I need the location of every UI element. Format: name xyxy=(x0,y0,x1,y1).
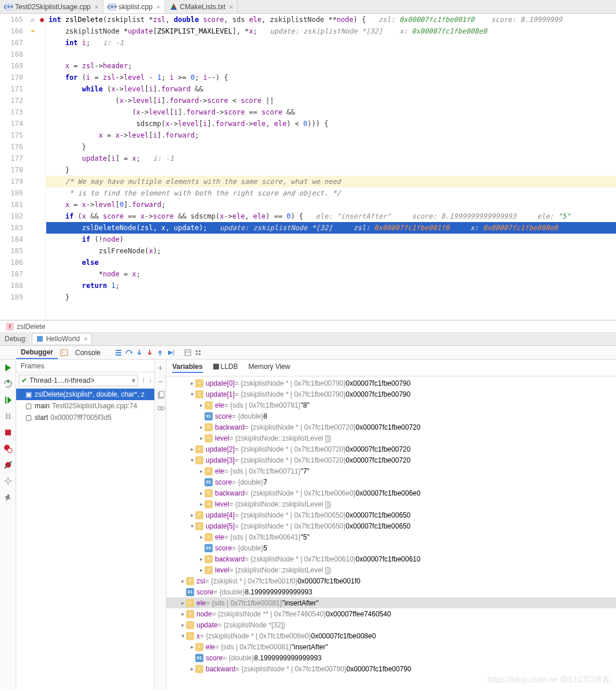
breadcrumb[interactable]: f zslDelete xyxy=(0,320,616,332)
frame-row[interactable]: ▣zslDelete(zskiplist*, double, char*, z xyxy=(16,389,154,400)
variable-row[interactable]: ▸≡backward = {zskiplistNode * | 0x7fc1fb… xyxy=(166,663,616,674)
stop-icon[interactable] xyxy=(3,428,13,437)
close-icon[interactable]: × xyxy=(95,3,98,10)
frame-row[interactable]: ▢main Test02SkiplistUsage.cpp:74 xyxy=(16,400,154,412)
variable-row[interactable]: ▸≡level = {zskiplistNode::zskiplistLevel… xyxy=(166,498,616,509)
close-icon[interactable]: × xyxy=(84,335,87,342)
svg-rect-14 xyxy=(6,413,8,419)
variable-row[interactable]: ▾≡update[1] = {zskiplistNode * | 0x7fc1f… xyxy=(166,389,616,400)
variable-row[interactable]: 01score = {double} 8 xyxy=(166,411,616,422)
pin-icon[interactable] xyxy=(3,493,13,502)
view-breakpoints-icon[interactable] xyxy=(3,444,13,453)
rerun-icon[interactable] xyxy=(3,363,13,372)
variable-row[interactable]: ▸≡update[0] = {zskiplistNode * | 0x7fc1f… xyxy=(166,378,616,389)
tab-label: Test02SkiplistUsage.cpp xyxy=(15,3,91,11)
variable-row[interactable]: ▸≡node = {zskiplistNode ** | 0x7ffee7460… xyxy=(166,608,616,619)
tab-label: skiplist.cpp xyxy=(118,3,153,11)
step-over-icon[interactable] xyxy=(125,349,133,357)
thread-selector[interactable]: ✔ Thread-1…n-thread> ▾ xyxy=(18,375,138,386)
variables-tree[interactable]: ▸≡update[0] = {zskiplistNode * | 0x7fc1f… xyxy=(166,376,616,689)
resume-icon[interactable] xyxy=(3,396,13,405)
variable-row[interactable]: ▸≡ele = {sds | 0x7fc1fbe00781} "8" xyxy=(166,400,616,411)
variable-row[interactable]: ▸≡level = {zskiplistNode::zskiplistLevel… xyxy=(166,564,616,575)
frame-row[interactable]: ▢start 0x00007fff7005f3d5 xyxy=(16,412,154,423)
tab-label: CMakeLists.txt xyxy=(180,3,225,11)
frame-icon: ▣ xyxy=(24,390,32,398)
variable-row[interactable]: ▸≡level = {zskiplistNode::zskiplistLevel… xyxy=(166,433,616,444)
variable-row[interactable]: ▸≡ele = {sds | 0x7fc1fbe00711} "7" xyxy=(166,465,616,476)
thread-label: Thread-1…n-thread> xyxy=(29,376,129,385)
tab-memory[interactable]: Memory View xyxy=(248,363,290,373)
debug-config-label: HelloWorld xyxy=(46,335,80,343)
threads-icon[interactable] xyxy=(114,349,123,357)
variable-row[interactable]: 01score = {double} 5 xyxy=(166,542,616,553)
debug-settings-icon[interactable] xyxy=(3,476,13,486)
svg-rect-16 xyxy=(5,430,11,435)
settings-icon[interactable] xyxy=(194,349,202,357)
variable-row[interactable]: ▸≡update[2] = {zskiplistNode * | 0x7fc1f… xyxy=(166,444,616,454)
step-out-icon[interactable] xyxy=(156,349,164,357)
debugger-tab[interactable]: Debugger xyxy=(16,346,58,359)
variable-row[interactable]: 01score = {double} 7 xyxy=(166,476,616,487)
frames-header: Frames xyxy=(16,360,154,372)
svg-rect-15 xyxy=(9,413,10,419)
fold-gutter[interactable]: ● xyxy=(38,14,46,320)
variable-row[interactable]: 01score = {double} 8.1999999999999993 xyxy=(166,586,616,597)
next-frame-icon[interactable]: ↓ xyxy=(146,376,154,385)
debug-label: Debug: xyxy=(5,335,27,343)
variable-row[interactable]: ▾≡x = {zskiplistNode * | 0x7fc1fbe008e0}… xyxy=(166,630,616,641)
svg-rect-3 xyxy=(37,336,43,342)
breadcrumb-label: zslDelete xyxy=(17,323,45,331)
modify-run-icon[interactable] xyxy=(3,379,13,389)
variable-row[interactable]: ▸≡update[4] = {zskiplistNode * | 0x7fc1f… xyxy=(166,509,616,520)
editor-tab[interactable]: c++Test02SkiplistUsage.cpp× xyxy=(0,0,103,13)
function-icon: f xyxy=(6,323,14,331)
variable-row[interactable]: ▸≡update = {zskiplistNode *[32]} xyxy=(166,619,616,630)
variable-row[interactable]: ▸≡ele = {sds | 0x7fc1fbe00641} "5" xyxy=(166,531,616,542)
debug-config-tab[interactable]: HelloWorld × xyxy=(32,333,92,344)
svg-rect-10 xyxy=(196,353,198,355)
glasses-icon[interactable] xyxy=(157,404,165,412)
prev-frame-icon[interactable]: ↑ xyxy=(140,376,146,385)
check-icon: ✔ xyxy=(21,376,27,385)
tab-lldb[interactable]: LLDB xyxy=(213,363,238,373)
frames-list: ▣zslDelete(zskiplist*, double, char*, z▢… xyxy=(16,389,154,423)
run-to-cursor-icon[interactable] xyxy=(166,349,175,357)
variable-row[interactable]: ▾≡update[3] = {zskiplistNode * | 0x7fc1f… xyxy=(166,454,616,465)
svg-point-18 xyxy=(8,448,12,453)
editor-tab[interactable]: CMakeLists.txt× xyxy=(165,0,238,13)
variable-row[interactable]: ▸≡ele = {sds | 0x7fc1fbe00081} "insertAf… xyxy=(166,597,616,608)
variable-row[interactable]: ▸≡ele = {sds | 0x7fc1fbe00081} "insertAf… xyxy=(166,641,616,652)
variable-row[interactable]: 01score = {double} 8.1999999999999993 xyxy=(166,652,616,663)
variable-row[interactable]: ▾≡update[5] = {zskiplistNode * | 0x7fc1f… xyxy=(166,520,616,531)
code-area[interactable]: int zslDelete(zskiplist *zsl, double sco… xyxy=(46,14,616,320)
line-gutter: 1651661671681691701711721731741751761771… xyxy=(0,14,27,320)
debug-side-toolbar xyxy=(0,360,16,689)
console-tab[interactable]: Console xyxy=(70,347,105,359)
svg-rect-23 xyxy=(159,391,164,397)
variable-row[interactable]: ▸≡backward = {zskiplistNode * | 0x7fc1fb… xyxy=(166,553,616,564)
pause-icon[interactable] xyxy=(3,412,13,421)
variable-row[interactable]: ▸≡backward = {zskiplistNode * | 0x7fc1fb… xyxy=(166,487,616,498)
editor-tab[interactable]: c++skiplist.cpp× xyxy=(103,0,165,13)
mute-breakpoints-icon[interactable] xyxy=(3,460,13,470)
force-step-into-icon[interactable] xyxy=(146,349,154,357)
svg-point-24 xyxy=(158,407,161,410)
breakpoint-gutter[interactable]: ⇄➜ xyxy=(27,14,38,320)
vars-tabs: Variables LLDB Memory View xyxy=(166,360,616,376)
svg-point-12 xyxy=(7,380,9,383)
variables-panel: Variables LLDB Memory View ▸≡update[0] =… xyxy=(166,360,616,689)
close-icon[interactable]: × xyxy=(229,3,233,10)
add-watch-icon[interactable]: + xyxy=(158,363,162,372)
copy-icon[interactable] xyxy=(157,391,165,399)
variable-row[interactable]: ▸≡zsl = {zskiplist * | 0x7fc1fbe001f0} 0… xyxy=(166,575,616,586)
calculator-icon[interactable] xyxy=(184,349,192,357)
variable-row[interactable]: ▸≡backward = {zskiplistNode * | 0x7fc1fb… xyxy=(166,422,616,433)
tab-variables[interactable]: Variables xyxy=(172,363,203,373)
step-into-icon[interactable] xyxy=(135,349,143,357)
debug-sub-toolbar: Debugger Console xyxy=(0,346,616,360)
close-icon[interactable]: × xyxy=(157,3,160,10)
console-icon xyxy=(60,349,68,357)
svg-rect-9 xyxy=(199,350,201,352)
remove-watch-icon[interactable]: − xyxy=(158,377,162,386)
